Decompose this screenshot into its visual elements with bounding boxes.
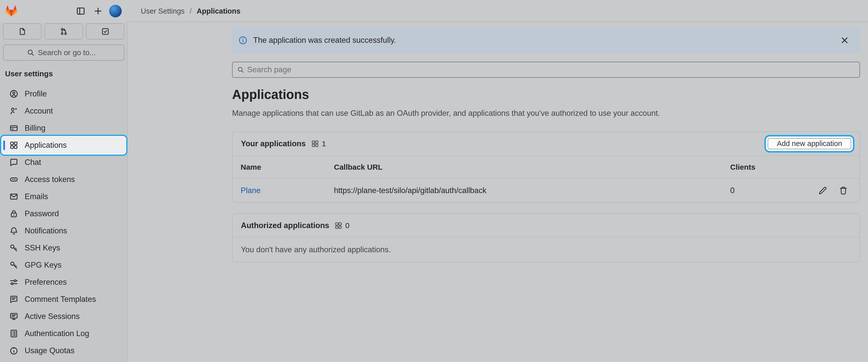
- your-applications-title: Your applications: [241, 139, 306, 148]
- sidebar-item-label: Active Sessions: [25, 312, 80, 321]
- breadcrumb-user-settings[interactable]: User Settings: [141, 7, 185, 16]
- sidebar-item-preferences[interactable]: Preferences: [2, 274, 125, 291]
- issues-icon: [18, 27, 26, 35]
- authorized-applications-count: 0: [335, 221, 349, 230]
- merge-request-icon: [60, 27, 68, 35]
- sidebar-item-label: Authentication Log: [25, 329, 89, 338]
- sidebar-nav: Profile Account Billing Application: [0, 85, 127, 359]
- authorized-applications-card: Authorized applications 0 You don't have…: [232, 213, 860, 262]
- callback-url-cell: https://plane-test/silo/api/gitlab/auth/…: [326, 186, 722, 195]
- authorized-applications-title: Authorized applications: [241, 221, 329, 230]
- sidebar-item-account[interactable]: Account: [2, 103, 125, 119]
- count-value: 0: [345, 221, 349, 230]
- sidebar-item-label: Applications: [25, 141, 67, 150]
- sidebar-item-access-tokens[interactable]: Access tokens: [2, 171, 125, 188]
- sidebar-item-ssh-keys[interactable]: SSH Keys: [2, 240, 125, 256]
- global-search-input[interactable]: [38, 48, 101, 57]
- authorized-applications-header: Authorized applications 0: [232, 214, 860, 238]
- notifications-icon: [9, 227, 18, 235]
- close-icon[interactable]: [840, 36, 849, 45]
- column-header-name: Name: [232, 163, 326, 171]
- alert-message: The application was created successfully…: [253, 36, 834, 45]
- trash-icon[interactable]: [839, 186, 848, 195]
- application-name-cell: Plane: [232, 186, 326, 195]
- applications-table-header: Name Callback URL Clients: [232, 156, 860, 178]
- sidebar-item-notifications[interactable]: Notifications: [2, 222, 125, 240]
- active-sessions-icon: [9, 312, 18, 321]
- alert-banner: The application was created successfully…: [232, 27, 860, 53]
- todo-icon: [101, 27, 110, 35]
- ssh-keys-icon: [9, 244, 18, 252]
- merge-request-shortcut-button[interactable]: [44, 23, 83, 39]
- sidebar-item-comment-templates[interactable]: Comment Templates: [2, 291, 125, 308]
- sidebar-item-applications[interactable]: Applications: [2, 137, 125, 154]
- info-icon: [239, 36, 247, 45]
- your-applications-header: Your applications 1 Add new application: [232, 132, 860, 156]
- sidebar-item-active-sessions[interactable]: Active Sessions: [2, 308, 125, 325]
- sidebar-item-gpg-keys[interactable]: GPG Keys: [2, 256, 125, 274]
- sidebar-item-usage-quotas[interactable]: Usage Quotas: [2, 342, 125, 359]
- profile-icon: [9, 90, 18, 98]
- billing-icon: [9, 124, 18, 132]
- sidebar-item-label: SSH Keys: [25, 244, 60, 252]
- sidebar-item-label: Emails: [25, 192, 48, 201]
- row-actions: [805, 186, 860, 195]
- sidebar-item-label: GPG Keys: [25, 260, 61, 270]
- breadcrumb-separator: /: [190, 7, 192, 16]
- account-icon: [9, 107, 18, 115]
- comment-templates-icon: [9, 295, 18, 304]
- authorized-applications-empty-message: You don't have any authorized applicatio…: [232, 238, 860, 262]
- search-icon: [237, 66, 244, 73]
- sidebar-section-title: User settings: [5, 69, 53, 78]
- application-link[interactable]: Plane: [241, 186, 260, 195]
- page-description: Manage applications that can use GitLab …: [232, 109, 660, 118]
- count-value: 1: [322, 139, 326, 148]
- sidebar-top-fill: [0, 0, 127, 22]
- breadcrumb-current: Applications: [197, 7, 240, 16]
- sidebar-item-label: Preferences: [25, 278, 67, 287]
- sidebar-item-label: Billing: [25, 123, 45, 133]
- sidebar: User settings Profile Account Billin: [0, 22, 127, 362]
- sidebar-item-label: Access tokens: [25, 175, 75, 184]
- emails-icon: [9, 192, 18, 201]
- table-row: Plane https://plane-test/silo/api/gitlab…: [232, 178, 860, 202]
- sidebar-item-label: Profile: [25, 89, 47, 99]
- sidebar-item-label: Notifications: [25, 226, 67, 235]
- edit-icon[interactable]: [818, 186, 827, 195]
- breadcrumb: User Settings / Applications: [141, 0, 240, 22]
- access-tokens-icon: [9, 175, 18, 184]
- sidebar-item-chat[interactable]: Chat: [2, 154, 125, 171]
- your-applications-card: Your applications 1 Add new application …: [232, 132, 860, 203]
- sidebar-item-profile[interactable]: Profile: [2, 85, 125, 103]
- your-applications-count: 1: [311, 139, 326, 148]
- sidebar-item-label: Usage Quotas: [25, 346, 74, 355]
- sidebar-item-emails[interactable]: Emails: [2, 188, 125, 205]
- clients-cell: 0: [722, 186, 805, 195]
- sidebar-item-label: Chat: [25, 158, 41, 167]
- column-header-clients: Clients: [722, 163, 805, 171]
- sidebar-item-label: Account: [25, 107, 53, 115]
- applications-icon: [9, 141, 18, 149]
- usage-quotas-icon: [9, 346, 18, 355]
- chat-icon: [9, 158, 18, 167]
- sidebar-item-label: Comment Templates: [25, 295, 96, 304]
- page-search-input[interactable]: [247, 65, 855, 74]
- page-search[interactable]: [232, 62, 860, 78]
- todo-shortcut-button[interactable]: [86, 23, 124, 39]
- search-icon: [27, 49, 34, 56]
- add-new-application-button[interactable]: Add new application: [768, 138, 851, 149]
- sidebar-item-label: Password: [25, 209, 59, 218]
- issues-shortcut-button[interactable]: [3, 23, 41, 39]
- topbar: User Settings / Applications: [0, 0, 868, 22]
- authentication-log-icon: [9, 329, 18, 338]
- preferences-icon: [9, 278, 18, 286]
- sidebar-shortcuts: [3, 23, 124, 39]
- sidebar-item-password[interactable]: Password: [2, 205, 125, 222]
- applications-icon: [335, 222, 342, 229]
- column-header-callback-url: Callback URL: [326, 163, 722, 171]
- sidebar-item-billing[interactable]: Billing: [2, 119, 125, 137]
- global-search[interactable]: [3, 45, 124, 61]
- main-content: The application was created successfully…: [127, 22, 868, 362]
- gpg-keys-icon: [9, 261, 18, 269]
- sidebar-item-authentication-log[interactable]: Authentication Log: [2, 325, 125, 342]
